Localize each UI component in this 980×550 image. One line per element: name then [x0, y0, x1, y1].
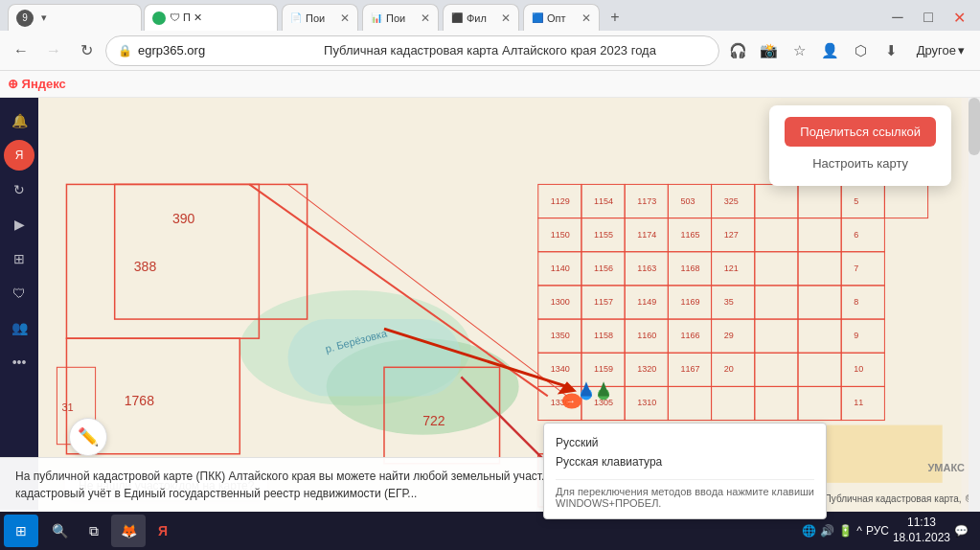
sidebar-yandex-icon[interactable]: Я	[4, 140, 34, 171]
chevron-up-icon[interactable]: ^	[856, 524, 862, 538]
close-button[interactable]: ✕	[946, 4, 972, 31]
profile-icon[interactable]: 👤	[817, 37, 844, 64]
input-method-hint: Для переключения методов ввода нажмите к…	[556, 479, 814, 509]
taskbar-yandex[interactable]: Я	[146, 515, 180, 547]
draw-button[interactable]: ✏️	[69, 418, 107, 456]
svg-text:325: 325	[724, 196, 739, 206]
russian-lang-item[interactable]: Русский	[556, 433, 814, 452]
tab-group-count[interactable]: 9 ▾	[8, 4, 142, 31]
minimize-button[interactable]: ─	[884, 4, 911, 31]
taskbar-browser[interactable]: 🦊	[111, 515, 146, 547]
sidebar-dots-icon[interactable]: •••	[4, 347, 34, 378]
left-sidebar: 🔔 Я ↻ ▶ ⊞ 🛡 👥 •••	[0, 98, 38, 510]
tab-opt[interactable]: 🟦 Опт ✕	[523, 4, 600, 31]
settings-link[interactable]: Настроить карту	[785, 152, 936, 174]
system-clock[interactable]: 11:13 18.01.2023	[893, 516, 950, 545]
sound-icon[interactable]: 🔊	[820, 524, 834, 538]
refresh-button[interactable]: ↻	[73, 37, 100, 64]
lang-indicator[interactable]: РУС	[866, 524, 889, 538]
taskbar-search-button[interactable]: 🔍	[42, 515, 77, 547]
svg-text:1173: 1173	[637, 196, 656, 206]
svg-text:1320: 1320	[637, 364, 656, 374]
svg-text:1174: 1174	[637, 230, 656, 240]
svg-text:5: 5	[854, 196, 858, 206]
tab-favicon	[152, 11, 166, 25]
yandex-logo[interactable]: ⊕ Яндекс	[8, 77, 66, 91]
svg-text:1157: 1157	[594, 297, 613, 307]
svg-text:121: 121	[724, 264, 739, 273]
tab-bar: 9 ▾ 🛡 П ✕ 📄 Пои ✕ 📊 Пои ✕ ⬛ Фил ✕	[0, 0, 980, 31]
scroll-thumb[interactable]	[969, 98, 980, 155]
svg-text:1768: 1768	[125, 393, 154, 408]
share-button[interactable]: Поделиться ссылкой	[785, 117, 936, 147]
svg-text:7: 7	[854, 264, 858, 273]
svg-text:1158: 1158	[594, 331, 613, 340]
svg-text:503: 503	[680, 196, 695, 206]
svg-text:11: 11	[854, 398, 863, 407]
sidebar-people-icon[interactable]: 👥	[4, 312, 34, 343]
sidebar-shield-icon[interactable]: 🛡	[4, 278, 34, 309]
scrollbar[interactable]	[969, 98, 980, 512]
svg-text:1156: 1156	[594, 264, 613, 273]
tab-prev-items: 📄 Пои ✕ 📊 Пои ✕ ⬛ Фил ✕ 🟦 Опт ✕	[282, 4, 600, 31]
new-tab-button[interactable]: +	[602, 4, 628, 31]
windows-icon: ⊞	[15, 523, 27, 539]
svg-text:20: 20	[724, 364, 734, 374]
taskbar-task-view[interactable]: ⧉	[77, 515, 111, 547]
ymko-watermark: УМАКС	[928, 462, 965, 473]
svg-text:→: →	[566, 396, 576, 406]
tab-poi1[interactable]: 📄 Пои ✕	[282, 4, 358, 31]
svg-text:1166: 1166	[680, 331, 699, 340]
svg-text:1340: 1340	[551, 364, 570, 374]
extensions-icon[interactable]: ⬡	[848, 37, 875, 64]
yandex-bar: ⊕ Яндекс	[0, 71, 980, 98]
svg-text:1168: 1168	[680, 264, 699, 273]
tab-poi2[interactable]: 📊 Пои ✕	[362, 4, 439, 31]
russian-keyboard-item[interactable]: Русская клавиатура	[556, 452, 814, 471]
russian-lang-label: Русский	[556, 436, 599, 449]
sidebar-grid-icon[interactable]: ⊞	[4, 243, 34, 274]
tab-active[interactable]: 🛡 П ✕	[144, 4, 278, 31]
bookmark-icon[interactable]: ☆	[786, 37, 813, 64]
map-attr: © Публичная кадастровая карта,	[814, 493, 961, 504]
url-box[interactable]: 🔒 egrp365.org	[105, 35, 719, 66]
tab-fil[interactable]: ⬛ Фил ✕	[443, 4, 519, 31]
download-icon[interactable]: ⬇	[878, 37, 905, 64]
task-view-icon: ⧉	[89, 523, 99, 539]
svg-text:8: 8	[854, 297, 858, 307]
svg-text:1160: 1160	[637, 331, 656, 340]
sidebar-play-icon[interactable]: ▶	[4, 209, 34, 240]
svg-text:1167: 1167	[680, 364, 699, 374]
svg-text:1350: 1350	[551, 331, 570, 340]
battery-icon[interactable]: 🔋	[838, 524, 853, 538]
window-controls: ─ □ ✕	[884, 4, 972, 31]
tab-count-badge: 9	[16, 10, 34, 27]
map-area[interactable]: 🔔 Я ↻ ▶ ⊞ 🛡 👥 ••• р. Берёзовка 388 1768	[0, 98, 980, 512]
sidebar-refresh-icon[interactable]: ↻	[4, 174, 34, 205]
maximize-button[interactable]: □	[915, 4, 942, 31]
svg-text:390: 390	[172, 211, 195, 226]
input-method-popup: Русский Русская клавиатура Для переключе…	[543, 423, 827, 519]
svg-text:1310: 1310	[637, 398, 656, 407]
headphones-icon[interactable]: 🎧	[725, 37, 752, 64]
svg-text:722: 722	[422, 413, 445, 428]
start-button[interactable]: ⊞	[4, 515, 38, 547]
notification-icon[interactable]: 💬	[954, 524, 969, 538]
address-bar: ← → ↻ 🔒 egrp365.org Публичная кадастрова…	[0, 31, 980, 71]
svg-text:31: 31	[61, 401, 73, 413]
sidebar-alert-icon[interactable]: 🔔	[4, 105, 34, 136]
browser-window: 9 ▾ 🛡 П ✕ 📄 Пои ✕ 📊 Пои ✕ ⬛ Фил ✕	[0, 0, 980, 512]
lock-icon: 🔒	[118, 44, 132, 57]
svg-text:127: 127	[724, 230, 739, 240]
svg-text:10: 10	[854, 364, 863, 374]
other-menu-button[interactable]: Другое ▾	[909, 37, 972, 64]
screenshot-icon[interactable]: 📸	[756, 37, 783, 64]
forward-button[interactable]: →	[40, 37, 67, 64]
share-popup: Поделиться ссылкой Настроить карту	[769, 105, 951, 186]
taskbar-tray: 🌐 🔊 🔋 ^ РУС 11:13 18.01.2023 💬	[802, 516, 976, 545]
back-button[interactable]: ←	[8, 37, 34, 64]
svg-text:35: 35	[724, 297, 734, 307]
network-icon[interactable]: 🌐	[802, 524, 816, 538]
svg-text:1163: 1163	[637, 264, 656, 273]
svg-text:1129: 1129	[551, 196, 570, 206]
